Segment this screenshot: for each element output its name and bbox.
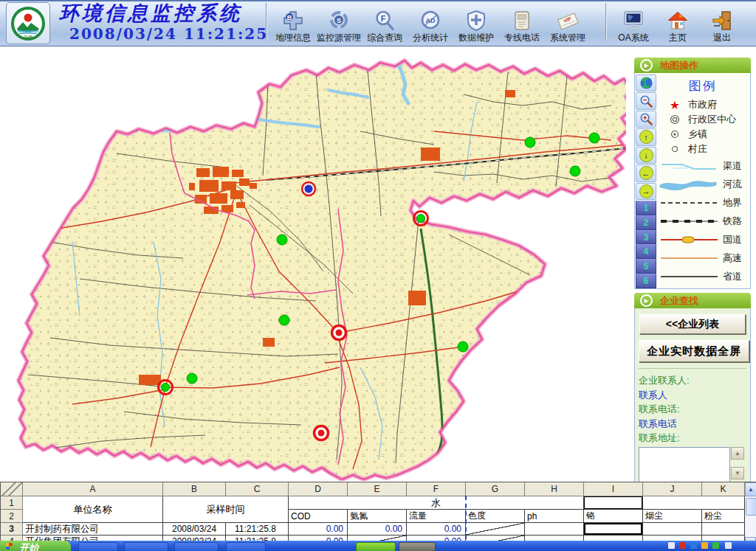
tray-icon[interactable] xyxy=(668,542,675,549)
enterprise-realtime-fullscreen-button[interactable]: 企业实时数据全屏 xyxy=(639,340,749,362)
nav-system-management[interactable]: VIP 系统管理 xyxy=(545,3,591,43)
alarm-enterprise-marker[interactable] xyxy=(315,426,329,440)
nav-monitoring-source-mgmt[interactable]: S 监控源管理 xyxy=(316,3,362,43)
tray-icon[interactable] xyxy=(712,542,719,549)
col-header-K[interactable]: K xyxy=(702,482,745,496)
col-header-D[interactable]: D xyxy=(289,482,348,496)
param-cod[interactable]: COD xyxy=(289,510,348,523)
enterprise-marker[interactable] xyxy=(279,315,289,325)
col-header-G[interactable]: G xyxy=(466,482,525,496)
tray-icon[interactable] xyxy=(725,542,732,549)
enterprise-marker[interactable] xyxy=(277,235,287,245)
zoom-level-5-button[interactable]: 5 xyxy=(636,259,656,274)
tray-icon[interactable] xyxy=(701,542,708,549)
scrollbar-thumb[interactable] xyxy=(746,498,756,516)
header-separator xyxy=(605,3,607,41)
pan-down-button[interactable]: ↓ xyxy=(636,147,656,164)
param-ph[interactable]: ph xyxy=(525,510,584,523)
cell-sample-time[interactable]: 11:21:25.8 xyxy=(226,523,289,536)
enterprise-marker[interactable] xyxy=(570,166,580,176)
contact-value[interactable]: 联系人 xyxy=(639,388,746,402)
zoom-level-2-button[interactable]: 2 xyxy=(636,215,656,230)
cell-J1-K1[interactable] xyxy=(643,496,745,510)
param-powder-dust[interactable]: 粉尘 xyxy=(702,510,745,523)
zoom-in-button[interactable] xyxy=(636,111,656,128)
cell-empty[interactable] xyxy=(702,523,745,536)
taskbar-task-button[interactable] xyxy=(174,542,219,551)
cell-sample-date[interactable]: 2008/03/24 xyxy=(163,523,226,536)
row-header-2[interactable]: 2 xyxy=(1,510,23,523)
cell-flow-value[interactable]: 0.00 xyxy=(407,523,466,536)
taskbar-task-button[interactable] xyxy=(124,542,168,551)
col-header-H[interactable]: H xyxy=(525,482,584,496)
start-button[interactable]: 开始 xyxy=(0,541,71,551)
cell-enterprise-name[interactable]: 开封制药有限公司 xyxy=(23,523,163,536)
col-header-J[interactable]: J xyxy=(643,482,702,496)
zoom-level-3-button[interactable]: 3 xyxy=(636,230,656,245)
table-vertical-scrollbar[interactable]: ▼ xyxy=(745,496,756,547)
row-header-3[interactable]: 3 xyxy=(1,523,23,536)
selected-enterprise-marker[interactable] xyxy=(302,182,315,195)
zoom-level-6-button[interactable]: 6 xyxy=(636,274,656,288)
nav-data-maintenance[interactable]: 数据维护 xyxy=(453,3,499,43)
enterprise-marker[interactable] xyxy=(589,133,599,143)
nav-dedicated-phone[interactable]: 专线电话 xyxy=(499,3,545,43)
taskbar-task-button[interactable] xyxy=(226,542,266,551)
col-header-C[interactable]: C xyxy=(226,482,289,496)
scroll-up-icon[interactable]: ▲ xyxy=(731,447,744,460)
nav-home[interactable]: 主页 xyxy=(656,3,700,43)
nav-comprehensive-query[interactable]: F 综合查询 xyxy=(362,3,408,43)
enterprise-marker[interactable] xyxy=(458,342,468,352)
param-smoke-dust[interactable]: 烟尘 xyxy=(643,510,702,523)
cell-no-data[interactable] xyxy=(466,523,525,536)
nav-exit[interactable]: 退出 xyxy=(700,3,744,43)
zoom-level-1-button[interactable]: 1 xyxy=(636,201,656,215)
taskbar-task-button[interactable] xyxy=(78,542,118,551)
col-header-F[interactable]: F xyxy=(407,482,466,496)
zoom-out-button[interactable] xyxy=(636,92,656,109)
right-arrow-icon: → xyxy=(639,184,653,198)
cell-ammonia-value[interactable]: 0.00 xyxy=(348,523,407,536)
tray-icon[interactable] xyxy=(679,542,686,549)
param-chromium[interactable]: 铬 xyxy=(584,510,643,523)
enterprise-marker[interactable] xyxy=(187,373,197,384)
param-ammonia[interactable]: 氨氮 xyxy=(348,510,407,523)
col-header-B[interactable]: B xyxy=(163,482,226,496)
enterprise-list-button[interactable]: <<企业列表 xyxy=(639,314,746,334)
cell-I1[interactable] xyxy=(584,496,643,510)
full-extent-button[interactable] xyxy=(636,74,656,91)
taskbar-task-button[interactable] xyxy=(399,542,436,551)
col-header-I[interactable]: I xyxy=(584,482,643,496)
map-operations-header[interactable]: ▶ 地图操作 xyxy=(634,58,751,73)
enterprise-marker[interactable] xyxy=(525,137,535,148)
pan-up-button[interactable]: ↑ xyxy=(636,128,656,145)
pan-right-button[interactable]: → xyxy=(636,183,656,200)
scroll-down-icon[interactable]: ▼ xyxy=(731,467,744,479)
zoom-level-4-button[interactable]: 4 xyxy=(636,244,656,259)
address-input[interactable] xyxy=(639,447,730,482)
param-flow[interactable]: 流量 xyxy=(407,510,466,523)
nav-geographic-info[interactable]: B 地理信息 xyxy=(270,3,316,43)
cell-empty[interactable] xyxy=(525,523,584,536)
cell-empty[interactable] xyxy=(643,523,702,536)
tray-icon[interactable] xyxy=(690,542,697,549)
col-header-E[interactable]: E xyxy=(348,482,407,496)
taskbar-task-button[interactable] xyxy=(356,542,396,551)
cell-cod-value[interactable]: 0.00 xyxy=(289,523,348,536)
header-unit-name[interactable]: 单位名称 xyxy=(23,496,163,523)
enterprise-search-header[interactable]: ▶ 企业查找 xyxy=(634,293,751,308)
phone-value[interactable]: 联系电话 xyxy=(639,417,746,431)
param-chroma[interactable]: 色度 xyxy=(466,510,525,523)
selected-cell-I3[interactable] xyxy=(584,523,643,536)
nav-analysis-statistics[interactable]: AD 分析统计 xyxy=(408,3,453,43)
col-header-A[interactable]: A xyxy=(23,482,163,496)
nav-oa-system[interactable]: OA系统 xyxy=(611,3,656,43)
row-header-1[interactable]: 1 xyxy=(1,496,23,510)
table-corner-cell[interactable] xyxy=(1,482,23,496)
pan-left-button[interactable]: ← xyxy=(636,164,656,181)
table-scroll-up-button[interactable]: ▲ xyxy=(745,482,756,496)
alarm-enterprise-marker[interactable] xyxy=(332,326,346,340)
header-sample-time[interactable]: 采样时间 xyxy=(163,496,289,523)
header-water-group[interactable]: 水 xyxy=(289,496,584,510)
monitoring-map[interactable] xyxy=(6,58,626,481)
